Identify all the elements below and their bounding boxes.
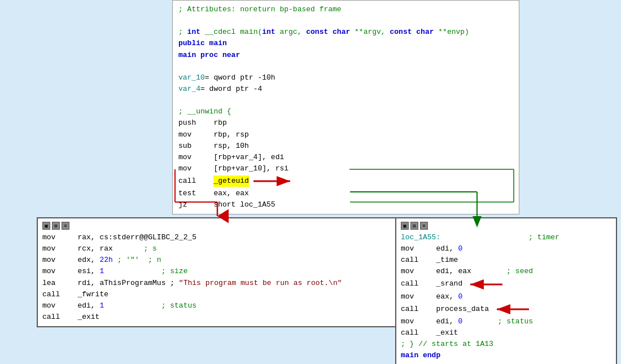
code-line	[178, 15, 513, 27]
code-line: mov [rbp+var_10], rsi	[178, 163, 513, 174]
panel-right: ▣ ⊞ ≡ loc_1A55: ; timer mov edi, 0 call …	[395, 217, 617, 364]
window-icon-3: ≡	[420, 222, 428, 230]
code-line: mov rcx, rax ; s	[42, 243, 391, 255]
code-line: call _fwrite	[42, 289, 391, 300]
window-icon-1: ▣	[42, 222, 50, 230]
code-line: main proc near	[178, 50, 513, 61]
red-arrow-right	[253, 174, 299, 188]
code-line: var_4= dword ptr -4	[178, 84, 513, 95]
panel-right-titlebar: ▣ ⊞ ≡	[401, 222, 611, 230]
geteuid-highlight: _geteuid	[213, 176, 248, 187]
main-code-panel: ; Attributes: noreturn bp-based frame ; …	[172, 0, 519, 214]
window-icon-1: ▣	[401, 222, 409, 230]
window-icon-2: ⊞	[52, 222, 60, 230]
code-line: push rbp	[178, 117, 513, 129]
code-line: mov edx, 22h ; '"' ; n	[42, 255, 391, 266]
code-line: mov [rbp+var_4], edi	[178, 152, 513, 163]
code-line: mov rax, cs:stderr@@GLIBC_2_2_5	[42, 232, 391, 243]
code-line: main endp	[401, 350, 611, 361]
code-line: mov rbp, rsp	[178, 129, 513, 141]
code-line: sub rsp, 10h	[178, 141, 513, 152]
panel-left: ▣ ⊞ ≡ mov rax, cs:stderr@@GLIBC_2_2_5 mo…	[37, 217, 397, 327]
red-arrow-processdata	[492, 302, 532, 316]
code-line: mov edi, 1 ; status	[42, 300, 391, 312]
code-line: mov edi, eax ; seed	[401, 266, 611, 277]
code-line: var_10= qword ptr -10h	[178, 72, 513, 84]
code-line: loc_1A55: ; timer	[401, 232, 611, 243]
code-line: mov esi, 1 ; size	[42, 266, 391, 277]
window-icon-2: ⊞	[410, 222, 418, 230]
code-line: call _time	[401, 255, 611, 266]
code-line: mov edi, 0 ; status	[401, 316, 611, 327]
process-data-call-line: call process_data	[401, 302, 611, 316]
code-line: call _exit	[401, 327, 611, 339]
srand-call-line: call _srand	[401, 278, 611, 291]
code-line: mov edi, 0	[401, 243, 611, 255]
panel-left-titlebar: ▣ ⊞ ≡	[42, 222, 391, 230]
code-line: ; int __cdecl main(int argc, const char …	[178, 27, 513, 38]
code-line: jz short loc_1A55	[178, 199, 513, 210]
code-line	[178, 95, 513, 106]
geteuid-call-line: call _geteuid	[178, 174, 513, 188]
code-line: ; Attributes: noreturn bp-based frame	[178, 4, 513, 15]
code-line: public main	[178, 38, 513, 49]
code-line: ; __unwind {	[178, 106, 513, 117]
red-arrow-srand	[466, 278, 505, 291]
code-line: lea rdi, aThisProgramMus ; "This program…	[42, 278, 391, 289]
code-line	[178, 61, 513, 72]
window-icon-3: ≡	[62, 222, 69, 230]
code-line: mov eax, 0	[401, 291, 611, 302]
code-line: test eax, eax	[178, 188, 513, 199]
code-line: call _exit	[42, 312, 391, 323]
code-line: ; } // starts at 1A13	[401, 339, 611, 350]
